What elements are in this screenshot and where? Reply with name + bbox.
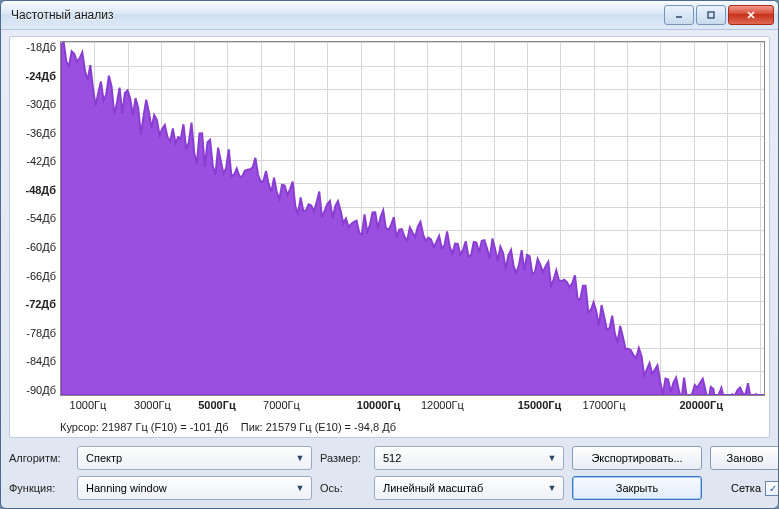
function-combo[interactable]: Hanning window ▼ bbox=[77, 476, 312, 500]
reset-button[interactable]: Заново bbox=[710, 446, 779, 470]
status-line: Курсор: 21987 Гц (F10) = -101 Дб Пик: 21… bbox=[56, 417, 765, 435]
y-axis: -18Дб-24Дб-30Дб-36Дб-42Дб-48Дб-54Дб-60Дб… bbox=[14, 41, 60, 396]
y-tick: -72Дб bbox=[25, 298, 56, 310]
size-label: Размер: bbox=[320, 452, 366, 464]
window-buttons bbox=[664, 5, 774, 25]
grid-label: Сетка bbox=[731, 482, 761, 494]
chevron-down-icon: ▼ bbox=[545, 483, 559, 493]
window-frame: Частотный анализ -18Дб-24Дб-30Дб-36Дб-42… bbox=[0, 0, 779, 509]
y-tick: -18Дб bbox=[26, 41, 56, 53]
x-axis: 1000Гц3000Гц5000Гц7000Гц10000Гц12000Гц15… bbox=[56, 396, 765, 417]
y-tick: -42Дб bbox=[26, 155, 56, 167]
grid-checkbox-wrap: Сетка ✓ bbox=[710, 481, 779, 496]
spectrum-plot[interactable] bbox=[60, 41, 765, 396]
x-tick: 20000Гц bbox=[679, 399, 723, 411]
algorithm-label: Алгоритм: bbox=[9, 452, 69, 464]
x-tick: 10000Гц bbox=[357, 399, 401, 411]
chevron-down-icon: ▼ bbox=[293, 483, 307, 493]
svg-rect-1 bbox=[708, 12, 714, 18]
axis-value: Линейный масштаб bbox=[383, 482, 483, 494]
y-tick: -48Дб bbox=[25, 184, 56, 196]
x-tick: 1000Гц bbox=[70, 399, 107, 411]
grid-checkbox[interactable]: ✓ bbox=[765, 481, 779, 496]
close-button[interactable] bbox=[728, 5, 774, 25]
chevron-down-icon: ▼ bbox=[293, 453, 307, 463]
x-tick: 17000Гц bbox=[583, 399, 626, 411]
export-button[interactable]: Экспортировать... bbox=[572, 446, 702, 470]
algorithm-value: Спектр bbox=[86, 452, 122, 464]
y-tick: -24Дб bbox=[25, 70, 56, 82]
cursor-readout: Курсор: 21987 Гц (F10) = -101 Дб bbox=[60, 421, 228, 433]
plot-wrap: -18Дб-24Дб-30Дб-36Дб-42Дб-48Дб-54Дб-60Дб… bbox=[14, 41, 765, 396]
function-label: Функция: bbox=[9, 482, 69, 494]
y-tick: -36Дб bbox=[26, 127, 56, 139]
minimize-button[interactable] bbox=[664, 5, 694, 25]
size-combo[interactable]: 512 ▼ bbox=[374, 446, 564, 470]
chevron-down-icon: ▼ bbox=[545, 453, 559, 463]
peak-readout: Пик: 21579 Гц (E10) = -94,8 Дб bbox=[241, 421, 396, 433]
x-tick: 12000Гц bbox=[421, 399, 464, 411]
controls-grid: Алгоритм: Спектр ▼ Размер: 512 ▼ Экспорт… bbox=[9, 446, 770, 500]
function-value: Hanning window bbox=[86, 482, 167, 494]
x-tick: 3000Гц bbox=[134, 399, 171, 411]
y-tick: -30Дб bbox=[26, 98, 56, 110]
plot-frame: -18Дб-24Дб-30Дб-36Дб-42Дб-48Дб-54Дб-60Дб… bbox=[9, 36, 770, 438]
algorithm-combo[interactable]: Спектр ▼ bbox=[77, 446, 312, 470]
titlebar[interactable]: Частотный анализ bbox=[1, 1, 778, 30]
y-tick: -60Дб bbox=[26, 241, 56, 253]
y-tick: -54Дб bbox=[26, 212, 56, 224]
window-title: Частотный анализ bbox=[11, 8, 664, 22]
y-tick: -78Дб bbox=[26, 327, 56, 339]
axis-label: Ось: bbox=[320, 482, 366, 494]
content-area: -18Дб-24Дб-30Дб-36Дб-42Дб-48Дб-54Дб-60Дб… bbox=[1, 30, 778, 508]
x-tick: 15000Гц bbox=[518, 399, 562, 411]
close-dialog-button[interactable]: Закрыть bbox=[572, 476, 702, 500]
maximize-button[interactable] bbox=[696, 5, 726, 25]
axis-combo[interactable]: Линейный масштаб ▼ bbox=[374, 476, 564, 500]
y-tick: -66Дб bbox=[26, 270, 56, 282]
y-tick: -90Дб bbox=[26, 384, 56, 396]
x-tick: 5000Гц bbox=[198, 399, 235, 411]
x-tick: 7000Гц bbox=[263, 399, 300, 411]
size-value: 512 bbox=[383, 452, 401, 464]
y-tick: -84Дб bbox=[26, 355, 56, 367]
